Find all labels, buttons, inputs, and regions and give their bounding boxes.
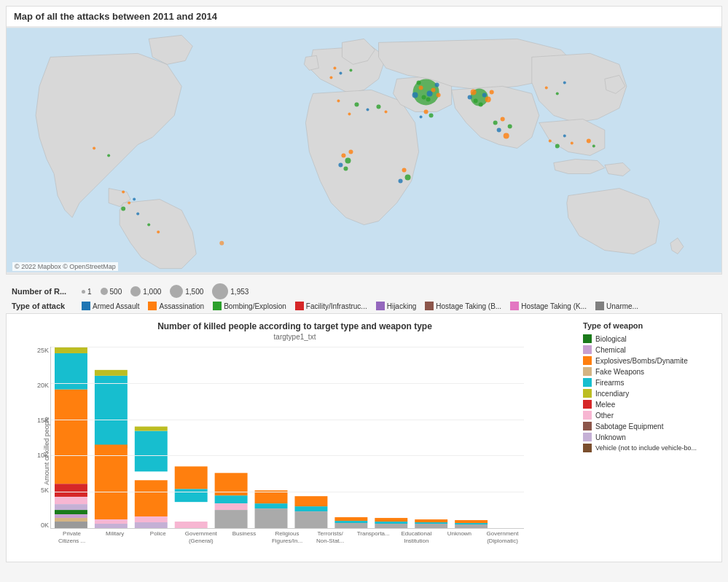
svg-point-51: [563, 134, 566, 137]
svg-point-29: [402, 168, 407, 173]
explosives-label: Explosives/Bombs/Dynamite: [595, 357, 688, 365]
svg-rect-80: [135, 427, 168, 431]
svg-point-15: [485, 96, 491, 102]
map-area[interactable]: © 2022 Mapbox © OpenStreetMap: [7, 26, 721, 274]
svg-point-12: [471, 89, 477, 95]
grid-40: [51, 420, 524, 420]
svg-point-25: [345, 158, 351, 164]
x-label-transport: Transporta...: [352, 530, 395, 538]
weapon-incendiary: Incendiary: [583, 389, 714, 398]
svg-point-22: [504, 133, 509, 138]
size-dot-1: [82, 290, 85, 294]
svg-point-23: [493, 120, 498, 125]
svg-rect-73: [55, 522, 87, 528]
unarmed-label: Unarme...: [606, 302, 638, 310]
hijacking-color: [376, 302, 385, 310]
svg-rect-81: [135, 480, 168, 516]
bar-chart-wrapper: Amount of killed people 25K 20K 15K 10K …: [14, 347, 524, 554]
svg-rect-78: [95, 524, 128, 528]
svg-rect-85: [175, 466, 208, 489]
svg-point-43: [107, 154, 110, 157]
svg-point-55: [563, 81, 566, 84]
attack-assassination: Assassination: [148, 302, 204, 310]
sabotage-swatch: [583, 422, 592, 430]
x-label-police: Police: [136, 530, 179, 538]
x-label-business: Business: [222, 530, 265, 538]
grid-20: [51, 383, 524, 384]
svg-rect-86: [175, 522, 208, 528]
x-label-terrorists: Terrorists/Non-Stat...: [309, 530, 352, 544]
chart-section: Number of killed people according to tar…: [6, 313, 722, 562]
svg-point-30: [405, 175, 411, 181]
svg-point-18: [490, 90, 494, 94]
svg-point-4: [422, 95, 426, 99]
svg-rect-105: [415, 524, 447, 528]
size-dot-1953: [212, 283, 228, 299]
weapon-unknown: Unknown: [583, 433, 714, 441]
chart-legend: Type of weapon Biological Chemical Explo…: [576, 321, 714, 554]
svg-rect-83: [135, 522, 168, 528]
svg-rect-66: [55, 390, 87, 484]
svg-rect-97: [334, 521, 367, 523]
hostage-b-color: [425, 302, 434, 310]
armed-assault-label: Armed Assault: [93, 302, 139, 310]
x-label-military: Military: [93, 530, 136, 538]
svg-rect-101: [375, 518, 407, 522]
size-legend-label: Number of R...: [12, 287, 77, 296]
svg-point-3: [427, 90, 433, 96]
size-value-1953: 1,953: [230, 288, 248, 296]
size-value-500: 500: [110, 288, 122, 296]
unarmed-color: [595, 302, 604, 310]
svg-rect-75: [95, 370, 128, 376]
chart-title: Number of killed people according to tar…: [14, 321, 576, 331]
y-tick-0k: 0K: [41, 522, 49, 529]
attack-legend-row: Type of attack Armed Assault Assassinati…: [12, 302, 716, 310]
svg-point-21: [497, 127, 501, 132]
fake-label: Fake Weapons: [595, 368, 644, 376]
weapon-melee: Melee: [583, 400, 714, 409]
svg-point-31: [399, 179, 403, 184]
y-tick-20k: 20K: [37, 382, 49, 389]
unknown-label: Unknown: [595, 433, 626, 441]
svg-rect-65: [55, 347, 87, 353]
vehicle-label: Vehicle (not to include vehicle-bo...: [595, 444, 697, 452]
map-section: Map of all the attacks between 2011 and …: [6, 6, 722, 275]
svg-rect-94: [294, 506, 327, 511]
vehicle-swatch: [583, 444, 592, 452]
unknown-swatch: [583, 433, 592, 441]
attack-legend-items: Armed Assault Assassination Bombing/Expl…: [82, 302, 638, 310]
hostage-k-color: [510, 302, 519, 310]
svg-rect-90: [215, 510, 248, 528]
weapon-vehicle: Vehicle (not to include vehicle-bo...: [583, 444, 714, 452]
svg-point-38: [367, 108, 369, 111]
x-label-unknown: Unknown: [438, 530, 481, 538]
svg-point-40: [377, 104, 381, 109]
size-legend-1953: 1,953: [212, 283, 248, 299]
svg-point-16: [468, 95, 472, 99]
x-label-private: PrivateCitizens ...: [50, 530, 93, 544]
assassination-color: [148, 302, 157, 310]
x-label-educational: EducationalInstitution: [395, 530, 438, 544]
svg-point-33: [339, 71, 342, 74]
attack-bombing: Bombing/Explosion: [213, 302, 286, 310]
svg-rect-108: [455, 524, 488, 528]
svg-point-5: [431, 87, 436, 92]
svg-rect-102: [375, 524, 407, 528]
svg-point-48: [136, 213, 139, 216]
size-legend-1500: 1,500: [170, 285, 203, 298]
size-dot-500: [101, 288, 108, 295]
attack-facility: Facility/Infrastruc...: [295, 302, 367, 310]
weapon-sabotage: Sabotage Equipment: [583, 422, 714, 430]
attack-armed-assault: Armed Assault: [82, 302, 139, 310]
svg-point-7: [426, 97, 431, 101]
svg-rect-98: [334, 517, 367, 521]
svg-point-26: [338, 163, 343, 168]
svg-point-13: [482, 93, 487, 97]
facility-color: [295, 302, 304, 310]
size-legend-row: Number of R... 1 500 1,000 1,500: [12, 283, 716, 299]
armed-assault-color: [82, 302, 90, 310]
grid-80: [51, 492, 524, 492]
svg-rect-70: [55, 510, 87, 514]
bombing-color: [213, 302, 222, 310]
svg-rect-84: [175, 489, 208, 502]
